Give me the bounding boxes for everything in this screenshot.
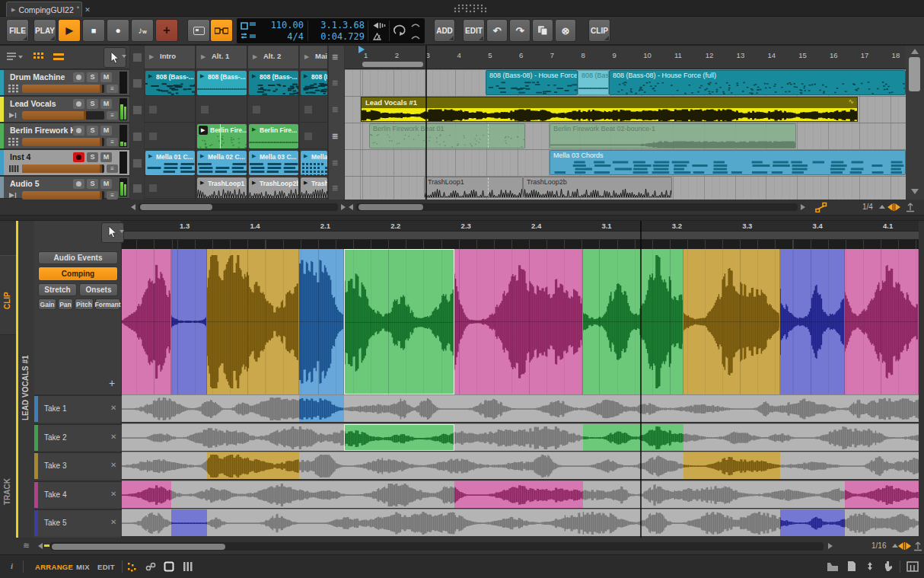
launcher-clip[interactable]: ▶TrashLoop2b — [249, 177, 298, 198]
slot-menu-icon[interactable]: ≣ — [332, 132, 338, 140]
take-highlight[interactable] — [780, 509, 845, 536]
comp-segment[interactable] — [583, 249, 683, 394]
scene-play-icon[interactable]: ▶ — [201, 53, 206, 60]
link-icon[interactable] — [145, 562, 157, 572]
pitch-button[interactable]: Pitch — [75, 299, 94, 310]
document-tab[interactable]: ▶ CompingGUI22 * ✕ — [6, 2, 82, 17]
clip-slot[interactable]: ▶Mella 01 C... — [145, 150, 195, 176]
take-lane[interactable] — [122, 481, 919, 508]
comp-segment[interactable] — [683, 249, 780, 394]
play-menu-button[interactable]: PLAY — [33, 19, 56, 42]
add-button[interactable]: ADD — [434, 19, 455, 42]
scene-header[interactable]: ▶Intro — [145, 46, 195, 69]
record-arm-button[interactable] — [73, 179, 84, 189]
arranger-tool-button[interactable] — [104, 47, 126, 68]
scroll-thumb[interactable] — [358, 204, 423, 210]
take-lane[interactable] — [122, 423, 919, 451]
launcher-clip[interactable]: ▶Berlin Fire... — [249, 124, 298, 148]
clip-slot[interactable] — [248, 97, 298, 123]
scroll-thumb[interactable] — [909, 57, 920, 91]
tab-clip[interactable]: CLIP — [0, 255, 16, 335]
take-row[interactable]: Take 1✕ — [34, 394, 122, 422]
track-menu-button[interactable]: ≡ — [107, 191, 118, 200]
clip-slot[interactable]: ▶Berlin Fire... — [196, 123, 247, 149]
audio-events-button[interactable]: Audio Events — [38, 251, 118, 264]
volume-slider[interactable] — [22, 191, 104, 200]
volume-slider[interactable] — [22, 138, 104, 146]
scene-play-icon[interactable]: ▶ — [304, 53, 309, 60]
transport-record-button[interactable]: ● — [107, 19, 129, 42]
clip-stop-button[interactable] — [149, 106, 157, 113]
track-header[interactable]: Berlin Firework KitSM≡ — [0, 123, 129, 149]
editor-tool-button[interactable] — [101, 222, 124, 243]
launcher-clip[interactable]: ▶808 (Bass-... — [249, 71, 298, 95]
clip-fade-icon[interactable]: ∿ — [848, 97, 854, 105]
position-display[interactable]: 3.1.3.68 — [310, 20, 365, 30]
grid-size-arrow[interactable] — [892, 544, 898, 548]
clip-slot[interactable]: ▶808 (Bass-... — [248, 70, 298, 96]
formant-button[interactable]: Formant — [95, 299, 120, 310]
scroll-thumb[interactable] — [140, 204, 212, 210]
transport-play-button[interactable]: ▶ — [58, 19, 81, 42]
scroll-right-arrow[interactable] — [341, 204, 346, 210]
slot-menu-icon[interactable]: ≣ — [332, 78, 338, 87]
track-header[interactable]: Lead VocalsSM≡ — [0, 97, 129, 123]
mute-button[interactable]: M — [100, 99, 112, 109]
add-take-button[interactable]: + — [109, 377, 115, 389]
launcher-clip[interactable]: ▶Mella 03 C... — [301, 151, 327, 175]
clip-stop-button[interactable] — [133, 106, 142, 114]
scene-menu-icon[interactable]: ≣ — [332, 53, 338, 61]
arranger-clip[interactable]: Berlin Firework Beat 02-bounce-1 — [550, 123, 796, 148]
clip-stop-button[interactable] — [133, 53, 142, 62]
take-row[interactable]: Take 5✕ — [34, 509, 122, 536]
clip-slot[interactable]: ▶TrashLoop1 — [196, 177, 247, 199]
arranger-clip[interactable]: Mella 03 Chords — [550, 150, 906, 175]
solo-button[interactable]: S — [87, 126, 98, 136]
play-start-marker[interactable] — [358, 46, 365, 53]
section-divider[interactable] — [0, 215, 924, 221]
edit-button[interactable]: EDIT — [463, 19, 485, 42]
launcher-clip[interactable]: ▶Mella 01 C... — [145, 151, 195, 175]
tab-arrange[interactable]: ARRANGE — [35, 563, 73, 571]
track-menu-button[interactable]: ≡ — [107, 85, 118, 93]
file-icon[interactable] — [846, 560, 857, 572]
arranger-clip[interactable]: Berlin Firework Beat 01 — [369, 123, 525, 148]
comp-segment[interactable] — [299, 249, 344, 394]
clip-slot[interactable]: ▶808 (Bass-... — [145, 70, 195, 96]
arranger-hscrollbar[interactable] — [356, 203, 798, 211]
mute-button[interactable]: M — [100, 72, 112, 82]
record-arm-button[interactable] — [73, 152, 84, 162]
launcher-clip[interactable]: ▶808 (Bass-... — [197, 71, 247, 95]
launcher-clip[interactable]: ▶Berlin Fire... — [197, 124, 247, 148]
clip-slot[interactable]: ▶808 (Bass-... — [196, 70, 247, 96]
clip-stop-button[interactable] — [201, 106, 209, 113]
solo-button[interactable]: S — [87, 72, 98, 82]
scene-play-icon[interactable]: ▶ — [253, 53, 257, 60]
take-row[interactable]: Take 2✕ — [34, 423, 122, 451]
clip-stop-button[interactable] — [133, 184, 142, 193]
editor-hscrollbar[interactable] — [50, 542, 824, 551]
arranger-clip[interactable]: TrashLoop2b — [523, 177, 672, 198]
launcher-clip[interactable]: ▶TrashLoop2b — [301, 177, 327, 198]
take-lane[interactable] — [122, 452, 919, 479]
cancel-button[interactable]: ⊗ — [555, 19, 576, 42]
clip-slot[interactable]: ▶TrashLoop2b — [300, 177, 327, 199]
clip-stop-button[interactable] — [149, 133, 157, 140]
track-header[interactable]: Inst 4SM≡ — [0, 150, 129, 176]
snap-icon[interactable] — [127, 562, 138, 572]
piano-icon[interactable] — [906, 561, 919, 572]
clip-slot[interactable]: ▶TrashLoop2b — [248, 177, 298, 199]
mute-button[interactable]: M — [100, 179, 112, 189]
comp-segment[interactable] — [845, 249, 919, 394]
volume-slider[interactable] — [22, 85, 104, 93]
tab-track[interactable]: TRACK — [0, 438, 16, 518]
square-icon[interactable] — [164, 561, 175, 572]
solo-button[interactable]: S — [87, 179, 98, 189]
comp-segment[interactable] — [207, 249, 299, 394]
take-remove-icon[interactable]: ✕ — [110, 404, 116, 412]
track-header[interactable]: Drum MachineSM≡ — [0, 70, 129, 96]
clip-slot[interactable]: ▶Berlin Fire... — [248, 123, 298, 149]
clip-stop-button[interactable] — [304, 106, 312, 113]
layers-icon[interactable]: ≋ — [23, 541, 30, 551]
scene-header[interactable]: ▶Alt. 2 — [248, 46, 298, 69]
